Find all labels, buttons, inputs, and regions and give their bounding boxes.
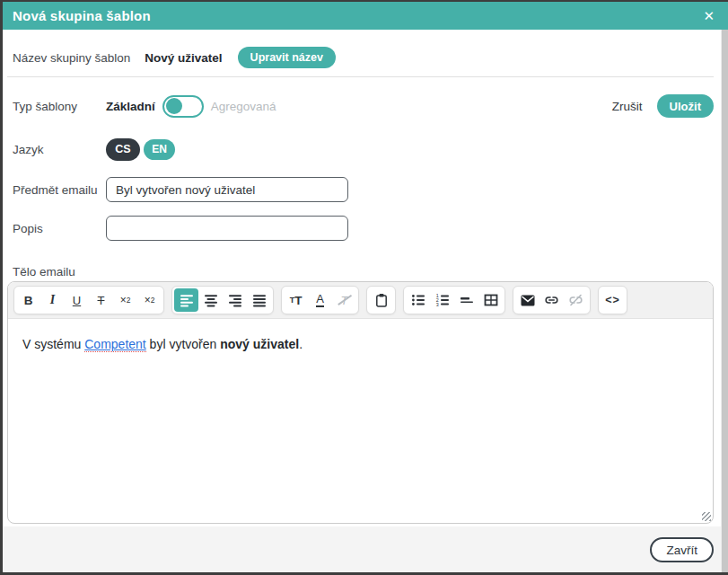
description-row: Popis (13, 216, 348, 241)
modal-title: Nová skupina šablon (3, 8, 151, 23)
language-label: Jazyk (13, 143, 106, 156)
type-basic-label: Základní (106, 100, 155, 113)
toolbar-group-text-style: B I U T ×2 ×2 (13, 286, 164, 314)
toolbar-group-code: <> (598, 286, 627, 314)
italic-icon[interactable]: I (40, 288, 65, 312)
template-name-row: Název skupiny šablon Nový uživatel Uprav… (13, 45, 336, 70)
font-size-icon[interactable]: TT (284, 288, 308, 312)
toolbar-group-links (513, 286, 591, 314)
email-body-label: Tělo emailu (13, 265, 75, 279)
scrollbar-thumb[interactable] (722, 30, 728, 572)
unlink-icon[interactable] (564, 288, 588, 312)
strikethrough-icon[interactable]: T (89, 288, 113, 312)
bullet-list-icon[interactable] (406, 288, 430, 312)
close-icon[interactable]: ✕ (703, 2, 715, 30)
toolbar-group-align (171, 286, 274, 314)
modal-header: Nová skupina šablon ✕ (3, 2, 728, 30)
body-link[interactable]: Competent (84, 337, 145, 352)
editor-toolbar: B I U T ×2 ×2 TT A T (8, 282, 713, 319)
body-text-suffix: . (299, 337, 303, 351)
description-input[interactable] (106, 216, 348, 241)
toolbar-group-lists: 123 (403, 286, 505, 314)
paste-icon[interactable] (369, 288, 393, 312)
email-body-editor: B I U T ×2 ×2 TT A T (7, 281, 714, 524)
text-color-icon[interactable]: A (308, 288, 332, 312)
align-left-icon[interactable] (174, 288, 198, 312)
subject-input[interactable] (106, 177, 348, 202)
type-toggle[interactable] (162, 95, 204, 118)
ordered-list-icon[interactable]: 123 (430, 288, 454, 312)
svg-text:3: 3 (435, 302, 438, 307)
divider (7, 76, 714, 77)
subject-row: Předmět emailu (13, 177, 348, 202)
scrollbar[interactable] (721, 30, 728, 572)
email-body-content[interactable]: V systému Competent byl vytvořen nový už… (8, 319, 713, 524)
template-type-label: Typ šablony (13, 100, 106, 113)
superscript-icon[interactable]: ×2 (137, 288, 162, 312)
editor-resize-handle[interactable] (702, 512, 711, 521)
frame-edge-left (0, 0, 3, 575)
edit-name-button[interactable]: Upravit název (238, 47, 336, 68)
body-text-prefix: V systému (22, 337, 84, 351)
bold-icon[interactable]: B (16, 288, 40, 312)
subscript-icon[interactable]: ×2 (113, 288, 137, 312)
align-right-icon[interactable] (223, 288, 247, 312)
toolbar-group-font: TT A T (281, 286, 359, 314)
template-name-label: Název skupiny šablon (13, 51, 130, 65)
toggle-knob (166, 98, 182, 114)
language-row: Jazyk CS EN (13, 137, 175, 161)
align-center-icon[interactable] (198, 288, 223, 312)
table-icon[interactable] (478, 288, 503, 312)
modal-footer: Zavřít (3, 526, 728, 572)
language-en-button[interactable]: EN (144, 139, 175, 160)
subject-label: Předmět emailu (13, 183, 106, 197)
body-bold-text: nový uživatel (220, 337, 299, 351)
email-body-text: V systému Competent byl vytvořen nový už… (22, 335, 698, 353)
close-dialog-button[interactable]: Zavřít (650, 537, 714, 562)
save-actions: Zrušit Uložit (612, 93, 714, 119)
save-button[interactable]: Uložit (657, 94, 714, 118)
align-justify-icon[interactable] (247, 288, 271, 312)
clear-format-icon[interactable]: T (332, 288, 356, 312)
email-icon[interactable] (515, 288, 539, 312)
toolbar-group-paste (366, 286, 396, 314)
type-aggregated-label: Agregovaná (211, 100, 276, 113)
link-icon[interactable] (539, 288, 564, 312)
description-label: Popis (13, 222, 106, 235)
body-text-middle: byl vytvořen (146, 337, 220, 351)
horizontal-rule-icon[interactable] (454, 288, 478, 312)
underline-icon[interactable]: U (65, 288, 89, 312)
cancel-button[interactable]: Zrušit (612, 100, 643, 113)
language-cs-button[interactable]: CS (106, 138, 140, 161)
template-type-row: Typ šablony Základní Agregovaná (13, 93, 276, 119)
template-name-value: Nový uživatel (145, 51, 222, 65)
code-icon[interactable]: <> (601, 288, 625, 312)
